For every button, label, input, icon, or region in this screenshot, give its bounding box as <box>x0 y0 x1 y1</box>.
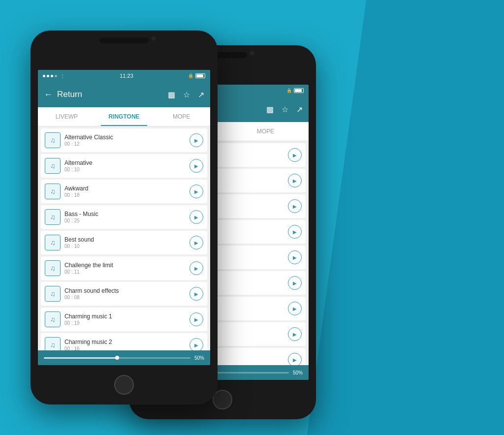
back-arrow-icon: ← <box>44 90 53 100</box>
play-button[interactable]: ▶ <box>288 250 302 264</box>
home-button-front[interactable] <box>114 375 134 395</box>
list-item: ♫ Awkward 00 : 18 ▶ <box>41 180 207 203</box>
list-item: ♫ Bass - Music 00 : 25 ▶ <box>41 205 207 229</box>
list-item: ♫ Charm sound effects 00 : 08 ▶ <box>41 282 207 306</box>
play-button[interactable]: ▶ <box>288 353 302 365</box>
status-right-back: 🔒 <box>286 88 304 93</box>
song-info: Best sound 00 : 10 <box>64 236 186 249</box>
list-item: ♫ Charming music 1 00 : 19 ▶ <box>41 308 207 331</box>
progress-fill-front <box>44 357 117 359</box>
song-duration: 00 : 10 <box>64 167 186 172</box>
song-title: Challenge the limit <box>64 262 186 269</box>
song-duration: 00 : 19 <box>64 320 186 326</box>
tabs-front: LIVEWP RINGTONE MOPE <box>38 107 210 126</box>
song-icon: ♫ <box>45 209 61 225</box>
back-button[interactable]: ← Return <box>44 90 82 100</box>
bar-chart-icon-back[interactable]: ▩ <box>266 105 274 114</box>
progress-pct-front: 50% <box>194 355 204 361</box>
song-icon: ♫ <box>45 260 61 276</box>
play-button[interactable]: ▶ <box>288 225 302 239</box>
song-title: Bass - Music <box>64 211 186 218</box>
status-left-front: ⋮ <box>43 73 65 79</box>
tab-livewp[interactable]: LIVEWP <box>38 107 95 126</box>
phone-speaker-front <box>99 37 149 43</box>
music-note-icon: ♫ <box>50 136 56 144</box>
music-note-icon: ♫ <box>50 162 56 170</box>
song-info: Charming music 2 00 : 16 <box>64 339 186 350</box>
list-item: ♫ Challenge the limit 00 : 11 ▶ <box>41 256 207 280</box>
song-duration: 00 : 25 <box>64 218 186 223</box>
status-right-front: 🔒 <box>188 73 205 78</box>
play-button[interactable]: ▶ <box>189 312 203 326</box>
play-button[interactable]: ▶ <box>288 199 302 213</box>
phone-screen-front: ⋮ 11:23 🔒 ← Return ▩ ☆ <box>38 70 210 365</box>
star-icon-back[interactable]: ☆ <box>282 105 288 114</box>
battery-fill-front <box>196 74 203 77</box>
progress-track-front[interactable] <box>44 357 190 359</box>
play-button[interactable]: ▶ <box>189 236 203 249</box>
music-note-icon: ♫ <box>50 264 56 272</box>
music-note-icon: ♫ <box>50 239 56 247</box>
play-button[interactable]: ▶ <box>189 338 203 350</box>
status-bar-front: ⋮ 11:23 🔒 <box>38 70 210 82</box>
phone-camera-back <box>250 51 254 55</box>
header-bar-front: ← Return ▩ ☆ ↗ <box>38 82 210 107</box>
signal-dot-2 <box>47 75 49 77</box>
song-title: Charming music 1 <box>64 313 186 320</box>
list-item: ♫ Charming music 2 00 : 16 ▶ <box>41 333 207 350</box>
play-button[interactable]: ▶ <box>189 159 203 173</box>
tab-mope-back[interactable]: MOPE <box>222 122 309 141</box>
signal-dot-1 <box>43 75 45 77</box>
share-icon-back[interactable]: ↗ <box>296 105 303 114</box>
song-icon: ♫ <box>45 184 61 199</box>
play-button[interactable]: ▶ <box>189 261 203 275</box>
play-button[interactable]: ▶ <box>189 185 203 198</box>
music-note-icon: ♫ <box>50 341 56 349</box>
lock-icon-front: 🔒 <box>188 73 193 78</box>
list-item: ♫ Alternative Classic 00 : 12 ▶ <box>41 128 207 152</box>
music-note-icon: ♫ <box>50 315 56 323</box>
wifi-icon: ⋮ <box>60 73 65 79</box>
song-duration: 00 : 16 <box>64 346 186 350</box>
song-info: Charming music 1 00 : 19 <box>64 313 186 326</box>
song-info: Alternative Classic 00 : 12 <box>64 134 186 147</box>
play-button[interactable]: ▶ <box>189 287 203 301</box>
play-button[interactable]: ▶ <box>288 174 302 187</box>
progress-pct-back: 50% <box>293 370 303 375</box>
song-duration: 00 : 11 <box>64 269 186 275</box>
song-icon: ♫ <box>45 132 61 148</box>
battery-back <box>294 88 304 93</box>
header-title: Return <box>57 90 82 99</box>
play-button[interactable]: ▶ <box>189 133 203 147</box>
song-title: Awkward <box>64 185 186 192</box>
battery-fill-back <box>295 89 302 92</box>
list-item: ♫ Alternative 00 : 10 ▶ <box>41 154 207 178</box>
music-note-icon: ♫ <box>50 187 56 195</box>
play-button[interactable]: ▶ <box>288 327 302 341</box>
song-info: Challenge the limit 00 : 11 <box>64 262 186 275</box>
play-button[interactable]: ▶ <box>288 148 302 162</box>
song-duration: 00 : 08 <box>64 295 186 300</box>
music-note-icon: ♫ <box>50 213 56 221</box>
song-duration: 00 : 12 <box>64 141 186 147</box>
play-button[interactable]: ▶ <box>189 210 203 224</box>
play-button[interactable]: ▶ <box>288 276 302 290</box>
scene: 11:23 🔒 ▩ ☆ ↗ RINGTONE MOPE <box>31 16 473 419</box>
star-icon-front[interactable]: ☆ <box>183 90 190 99</box>
status-time-front: 11:23 <box>120 73 133 79</box>
bar-chart-icon-front[interactable]: ▩ <box>168 90 175 99</box>
song-icon: ♫ <box>45 158 61 174</box>
song-title: Alternative Classic <box>64 134 186 141</box>
header-icons-front: ▩ ☆ ↗ <box>168 90 204 99</box>
song-info: Alternative 00 : 10 <box>64 159 186 172</box>
song-duration: 00 : 18 <box>64 192 186 198</box>
play-button[interactable]: ▶ <box>288 302 302 315</box>
song-icon: ♫ <box>45 286 61 302</box>
tab-mope-front[interactable]: MOPE <box>153 107 210 126</box>
share-icon-front[interactable]: ↗ <box>198 90 204 99</box>
signal-dot-3 <box>51 75 53 77</box>
song-title: Best sound <box>64 236 186 243</box>
tab-ringtone-front[interactable]: RINGTONE <box>95 107 153 126</box>
signal-dot-4 <box>55 75 57 77</box>
list-item: ♫ Best sound 00 : 10 ▶ <box>41 231 207 254</box>
